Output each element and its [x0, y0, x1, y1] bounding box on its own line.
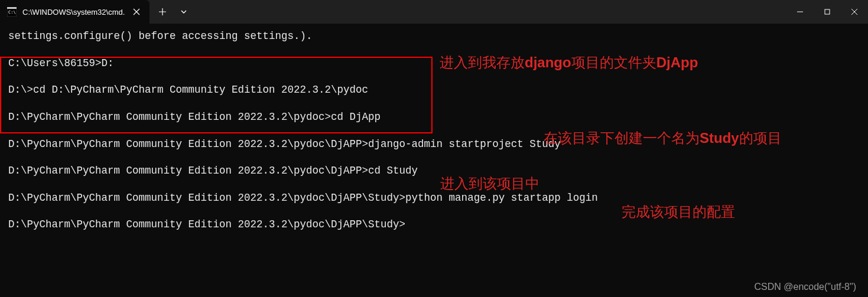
svg-rect-3 [825, 9, 830, 14]
terminal-line: D:\PyCharm\PyCharm Community Edition 202… [8, 164, 860, 178]
svg-rect-1 [7, 7, 17, 9]
close-window-button[interactable] [841, 0, 868, 24]
annotation-3: 进入到该项目中 [440, 174, 539, 193]
maximize-button[interactable] [814, 0, 841, 24]
tab-title: C:\WINDOWS\system32\cmd. [22, 8, 125, 17]
svg-text:C:\: C:\ [8, 10, 16, 15]
new-tab-button[interactable] [152, 1, 173, 22]
cmd-icon: C:\ [7, 7, 17, 17]
annotation-2: 在该目录下创建一个名为Study的项目 [544, 129, 782, 148]
terminal-line: C:\Users\86159>D: [8, 57, 860, 71]
tab-dropdown-button[interactable] [173, 1, 194, 22]
annotation-4: 完成该项目的配置 [622, 203, 735, 221]
terminal-line: D:\PyCharm\PyCharm Community Edition 202… [8, 110, 860, 125]
watermark: CSDN @encode("utf-8") [754, 282, 856, 292]
terminal-line: settings.configure() before accessing se… [8, 30, 860, 44]
terminal-line: D:\>cd D:\PyCharm\PyCharm Community Edit… [8, 83, 860, 97]
terminal-tab[interactable]: C:\ C:\WINDOWS\system32\cmd. [0, 0, 149, 24]
minimize-button[interactable] [786, 0, 814, 24]
close-tab-icon[interactable] [131, 6, 142, 18]
titlebar: C:\ C:\WINDOWS\system32\cmd. [0, 0, 868, 24]
window-controls [786, 0, 868, 24]
annotation-1: 进入到我存放django项目的文件夹DjApp [440, 53, 698, 72]
